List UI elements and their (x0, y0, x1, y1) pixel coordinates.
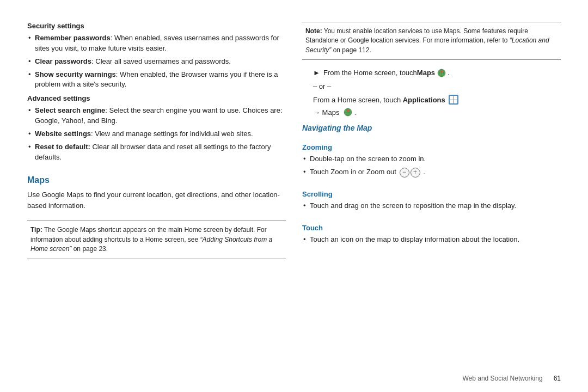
from-home-text: From the Home screen, touch (323, 68, 417, 79)
advanced-term-3: Reset to default: (35, 143, 90, 151)
advanced-bullet-3: Reset to default: Clear all browser data… (27, 142, 286, 163)
or-line: – or – (313, 81, 561, 93)
scrolling-text-1: Touch and drag on the screen to repositi… (310, 201, 516, 210)
left-column: Security settings Remember passwords: Wh… (27, 22, 286, 376)
security-bullet-3: Show security warnings: When enabled, th… (27, 70, 286, 90)
security-term-2: Clear passwords (35, 57, 91, 65)
zoom-out-icon: − (400, 168, 409, 177)
applications-icon (449, 95, 458, 105)
footer-text: Web and Social Networking (462, 375, 542, 382)
zooming-list: Double-tap on the screen to zoom in. Tou… (302, 154, 561, 180)
security-term-3: Show security warnings (35, 70, 116, 78)
zooming-heading: Zooming (302, 143, 561, 151)
scrolling-bullet-1: Touch and drag on the screen to repositi… (302, 201, 561, 211)
from-home-block: ► From the Home screen, touch Maps . – o… (302, 68, 561, 118)
touch-heading: Touch (302, 224, 561, 232)
maps-description: Use Google Maps to find your current loc… (27, 189, 286, 211)
advanced-text-2: : View and manage settings for individua… (91, 130, 253, 138)
security-text-2: : Clear all saved usernames and password… (91, 57, 231, 65)
security-settings-section: Security settings Remember passwords: Wh… (27, 22, 286, 94)
touch-list: Touch an icon on the map to display info… (302, 235, 561, 248)
arrow-maps-text: → Maps (313, 108, 339, 117)
svg-point-4 (440, 70, 443, 72)
advanced-settings-heading: Advanced settings (27, 94, 286, 102)
note-text: You must enable location services to use… (305, 27, 528, 44)
maps-bold: Maps (417, 68, 435, 79)
zoom-icons: − + (400, 168, 420, 177)
footer: Web and Social Networking 61 (462, 375, 561, 382)
security-term-1: Remember passwords (35, 34, 111, 42)
tip-box: Tip: The Google Maps shortcut appears on… (27, 220, 286, 259)
advanced-term-2: Website settings (35, 130, 91, 138)
advanced-settings-section: Advanced settings Select search engine: … (27, 94, 286, 167)
arrow-maps-line: → Maps . (313, 107, 561, 119)
zooming-bullet-2: Touch Zoom in or Zoom out − + . (302, 167, 561, 177)
right-column: Note: You must enable location services … (302, 22, 561, 376)
zooming-text-1: Double-tap on the screen to zoom in. (310, 155, 426, 163)
touch-text-1: Touch an icon on the map to display info… (310, 235, 519, 243)
from-home2-text: From a Home screen, touch (313, 96, 403, 104)
note-page: on page 112. (331, 46, 371, 54)
advanced-bullets-list: Select search engine: Select the search … (27, 106, 286, 162)
maps-heading: Maps (27, 175, 286, 185)
svg-point-9 (347, 109, 349, 112)
advanced-bullet-2: Website settings: View and manage settin… (27, 129, 286, 139)
security-bullet-2: Clear passwords: Clear all saved usernam… (27, 57, 286, 67)
scrolling-list: Touch and drag on the screen to repositi… (302, 201, 561, 214)
advanced-bullet-1: Select search engine: Select the search … (27, 106, 286, 126)
security-bullets-list: Remember passwords: When enabled, saves … (27, 33, 286, 90)
note-label: Note: (305, 27, 322, 35)
scrolling-heading: Scrolling (302, 190, 561, 198)
security-bullet-1: Remember passwords: When enabled, saves … (27, 33, 286, 54)
applications-bold: Applications (403, 96, 445, 104)
maps-icon-2 (343, 107, 353, 117)
security-settings-heading: Security settings (27, 22, 286, 30)
note-box: Note: You must enable location services … (302, 22, 561, 60)
zooming-bullet-1: Double-tap on the screen to zoom in. (302, 154, 561, 164)
maps-icon (437, 68, 446, 78)
nav-map-heading: Navigating the Map (302, 124, 561, 132)
touch-bullet-1: Touch an icon on the map to display info… (302, 235, 561, 245)
zoom-in-icon: + (411, 168, 420, 177)
tip-page: on page 23. (71, 245, 108, 253)
tip-label: Tip: (30, 226, 42, 234)
page-number: 61 (554, 375, 561, 382)
zooming-text-2: Touch Zoom in or Zoom out (310, 168, 396, 176)
advanced-term-1: Select search engine (35, 106, 105, 114)
